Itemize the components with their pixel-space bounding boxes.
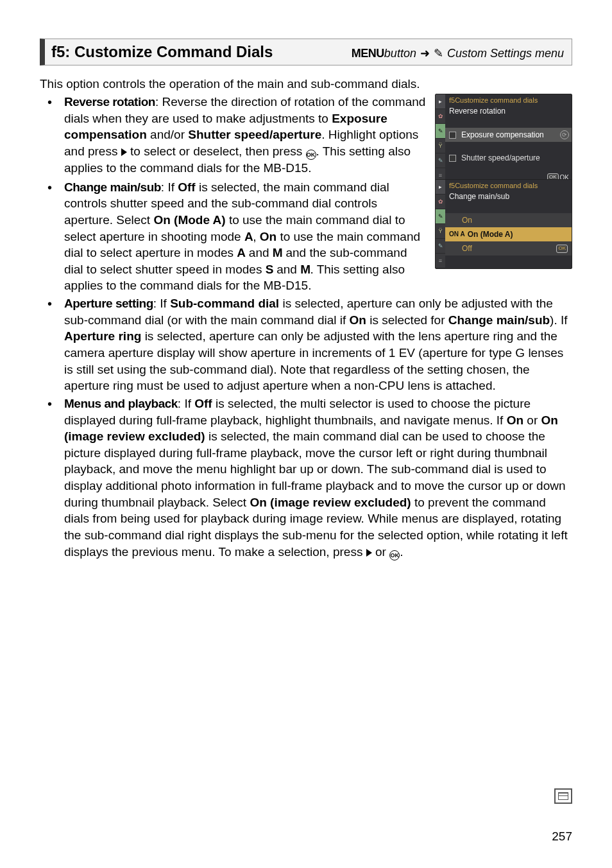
arrow-icon: ➜ <box>420 46 430 61</box>
screen2-row-on: On <box>445 213 572 227</box>
heading-breadcrumb: MENU button ➜ ✎ Custom Settings menu <box>352 46 564 61</box>
change-seg4: , <box>253 230 260 243</box>
mode-A2: A <box>237 246 245 259</box>
menu-label: MENU <box>352 46 384 61</box>
mp-seg6: or <box>372 545 389 559</box>
screen1-spacer <box>445 119 572 128</box>
sidebar-retouch-icon: ✎ <box>436 153 445 168</box>
ap-seg3: is selected for <box>366 313 448 327</box>
screen1-spacer2 <box>445 142 572 151</box>
screen1-row2-text: Shutter speed/aperture <box>461 153 540 163</box>
mode-A: A <box>244 230 253 243</box>
ap-seg4: ). If <box>550 313 567 327</box>
screen2-off-text: Off <box>462 243 472 254</box>
camera-screenshot-reverse: ▸ ✿ ✎ Ÿ ✎ ≡ f5Customize command dials Re… <box>435 94 572 184</box>
list-item: Reverse rotation: Reverse the direction … <box>40 94 572 177</box>
screen2-onmodea-pre: ON A <box>449 230 465 239</box>
ap-subcmd: Sub-command dial <box>170 297 279 310</box>
ok-chip-icon: OK <box>556 245 568 253</box>
screen1-row1-text: Exposure compensation <box>461 130 544 140</box>
aperture-label: Aperture setting <box>64 297 153 310</box>
info-mark-icon: ⟳ <box>560 130 569 139</box>
shutter-ap-bold: Shutter speed/aperture <box>188 128 321 141</box>
mp-seg3: or <box>523 413 541 427</box>
change-seg1: : If <box>161 180 178 194</box>
screen2-row-off: Off OK <box>445 241 572 256</box>
change-label: Change main/sub <box>64 180 161 194</box>
ap-seg1: : If <box>153 297 170 310</box>
reverse-rotation-text: Reverse rotation: Reverse the direction … <box>64 94 429 177</box>
heading-button-word: button <box>384 46 416 61</box>
sidebar-play-icon: ▸ <box>436 94 445 109</box>
page-number: 257 <box>552 828 572 845</box>
heading-suffix: Custom Settings menu <box>447 46 564 61</box>
heading-title: f5: Customize Command Dials <box>51 42 273 62</box>
right-triangle-icon <box>121 148 127 156</box>
list-item: Aperture setting: If Sub-command dial is… <box>40 295 572 394</box>
list-item: Menus and playback: If Off is selected, … <box>40 395 572 560</box>
sidebar-camera-icon: ✿ <box>436 195 445 209</box>
menu-section-icon <box>554 788 572 804</box>
right-triangle-icon <box>366 549 372 557</box>
sidebar-retouch-icon: ✎ <box>436 239 445 254</box>
reverse-seg3: to select or deselect, then press <box>127 144 306 158</box>
ap-on: On <box>350 313 366 327</box>
reverse-andor: and/or <box>147 128 188 141</box>
screenshot-sidebar: ▸ ✿ ✎ Ÿ ✎ ≡ <box>436 180 445 268</box>
section-heading: f5: Customize Command Dials MENU button … <box>40 39 572 65</box>
mp-on: On <box>507 413 523 427</box>
sidebar-pencil-icon: ✎ <box>436 209 445 224</box>
screen2-spacer <box>445 204 572 213</box>
mode-S: S <box>266 263 273 276</box>
mp-on-irex2: On (image review excluded) <box>250 496 411 509</box>
screen1-row-exposure: Exposure compensation ⟳ <box>445 128 572 142</box>
change-on-modea: On (Mode A) <box>153 213 225 227</box>
checkbox-icon <box>449 155 456 162</box>
screen2-onmodea-text: On (Mode A) <box>468 229 513 239</box>
camera-screenshot-change: ▸ ✿ ✎ Ÿ ✎ ≡ f5Customize command dials Ch… <box>435 179 572 269</box>
change-main-sub-text: Change main/sub: If Off is selected, the… <box>64 179 429 294</box>
mp-off: Off <box>194 397 212 410</box>
list-item: Change main/sub: If Off is selected, the… <box>40 179 572 294</box>
bullet-list: Reverse rotation: Reverse the direction … <box>40 94 572 560</box>
ok-circle-icon: OK <box>306 150 316 160</box>
change-on: On <box>260 230 276 243</box>
sidebar-my-icon: ≡ <box>436 254 445 268</box>
checkbox-icon <box>449 132 456 139</box>
sidebar-play-icon: ▸ <box>436 180 445 195</box>
screen2-row-on-modea: ON A On (Mode A) <box>445 227 572 241</box>
menu-list-icon <box>558 792 568 800</box>
change-seg6: and <box>246 246 273 259</box>
screen1-topline: f5Customize command dials <box>445 94 572 106</box>
screen2-topline: f5Customize command dials <box>445 180 572 191</box>
sidebar-y-icon: Ÿ <box>436 224 445 239</box>
mode-M: M <box>273 246 282 259</box>
sidebar-camera-icon: ✿ <box>436 109 445 124</box>
mode-M2: M <box>300 263 310 276</box>
change-seg8: and <box>273 263 300 276</box>
screen1-row-shutter: Shutter speed/aperture <box>445 151 572 165</box>
menus-label: Menus and playback <box>64 397 178 410</box>
ap-ring: Aperture ring <box>64 329 141 343</box>
pencil-icon: ✎ <box>434 46 443 61</box>
intro-text: This option controls the operation of th… <box>40 76 572 92</box>
sidebar-y-icon: Ÿ <box>436 139 445 153</box>
screenshot-sidebar: ▸ ✿ ✎ Ÿ ✎ ≡ <box>436 94 445 183</box>
ap-cms: Change main/sub <box>448 313 550 327</box>
reverse-label: Reverse rotation <box>64 95 155 108</box>
ok-circle-icon: OK <box>389 550 400 560</box>
mp-seg1: : If <box>178 397 194 410</box>
screen2-subtitle: Change main/sub <box>445 191 572 204</box>
change-off: Off <box>178 180 195 194</box>
sidebar-pencil-icon: ✎ <box>436 124 445 139</box>
screen1-subtitle: Reverse rotation <box>445 106 572 119</box>
